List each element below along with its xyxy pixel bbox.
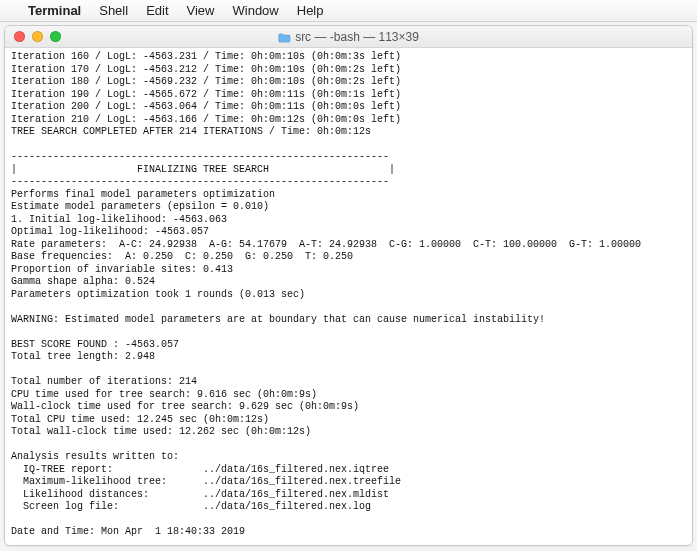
menubar-window[interactable]: Window [233,3,279,18]
final-line: Base frequencies: A: 0.250 C: 0.250 G: 0… [11,251,353,262]
minimize-icon[interactable] [32,31,43,42]
folder-icon [278,32,291,42]
window-title-wrap: src — -bash — 113×39 [5,30,692,44]
final-line: 1. Initial log-likelihood: -4563.063 [11,214,227,225]
final-line: Optimal log-likelihood: -4563.057 [11,226,209,237]
menubar-app[interactable]: Terminal [28,3,81,18]
stats-line: Total number of iterations: 214 [11,376,197,387]
results-header: Analysis results written to: [11,451,179,462]
results-line: Screen log file: ../data/16s_filtered.ne… [11,501,371,512]
section-title: | FINALIZING TREE SEARCH | [11,164,395,175]
menubar-shell[interactable]: Shell [99,3,128,18]
menubar-help[interactable]: Help [297,3,324,18]
final-line: Estimate model parameters (epsilon = 0.0… [11,201,269,212]
final-line: Gamma shape alpha: 0.524 [11,276,155,287]
zoom-icon[interactable] [50,31,61,42]
search-complete-line: TREE SEARCH COMPLETED AFTER 214 ITERATIO… [11,126,371,137]
best-score-line: BEST SCORE FOUND : -4563.057 [11,339,179,350]
menubar-view[interactable]: View [187,3,215,18]
results-line: IQ-TREE report: ../data/16s_filtered.nex… [11,464,389,475]
section-rule: ----------------------------------------… [11,151,389,162]
final-line: Performs final model parameters optimiza… [11,189,275,200]
traffic-lights [5,31,61,42]
terminal-output[interactable]: Iteration 160 / LogL: -4563.231 / Time: … [5,48,692,545]
stats-line: Total CPU time used: 12.245 sec (0h:0m:1… [11,414,269,425]
warning-line: WARNING: Estimated model parameters are … [11,314,545,325]
tree-length-line: Total tree length: 2.948 [11,351,155,362]
close-icon[interactable] [14,31,25,42]
stats-line: Wall-clock time used for tree search: 9.… [11,401,359,412]
terminal-window: src — -bash — 113×39 Iteration 160 / Log… [4,25,693,546]
results-line: Maximum-likelihood tree: ../data/16s_fil… [11,476,401,487]
datetime-line: Date and Time: Mon Apr 1 18:40:33 2019 [11,526,245,537]
section-rule: ----------------------------------------… [11,176,389,187]
menubar-edit[interactable]: Edit [146,3,168,18]
window-titlebar[interactable]: src — -bash — 113×39 [5,26,692,48]
final-line: Rate parameters: A-C: 24.92938 A-G: 54.1… [11,239,641,250]
macos-menubar: Terminal Shell Edit View Window Help [0,0,697,22]
iteration-line: Iteration 160 / LogL: -4563.231 / Time: … [11,51,401,125]
final-line: Proportion of invariable sites: 0.413 [11,264,233,275]
results-line: Likelihood distances: ../data/16s_filter… [11,489,389,500]
stats-line: Total wall-clock time used: 12.262 sec (… [11,426,311,437]
stats-line: CPU time used for tree search: 9.616 sec… [11,389,317,400]
final-line: Parameters optimization took 1 rounds (0… [11,289,305,300]
window-title: src — -bash — 113×39 [295,30,419,44]
